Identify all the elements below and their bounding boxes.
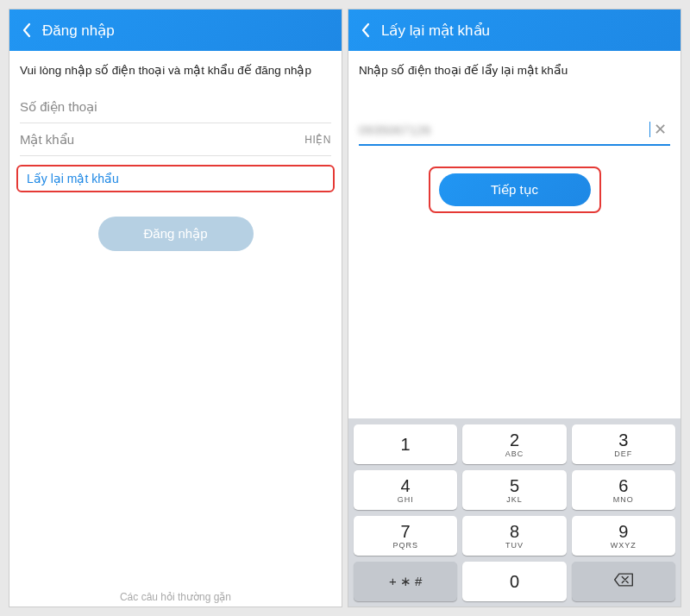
forgot-highlight: Lấy lại mật khẩu xyxy=(16,165,335,192)
faq-text: Các câu hỏi thường gặn xyxy=(9,591,342,607)
recover-phone-value: 0935067126 xyxy=(359,123,648,137)
login-header: Đăng nhập xyxy=(9,9,342,51)
continue-button[interactable]: Tiếp tục xyxy=(439,173,591,206)
password-input[interactable] xyxy=(20,132,304,147)
recover-instruction: Nhập số điện thoại đế lẩy lại mật khẩu xyxy=(348,51,681,91)
key-8[interactable]: 8TUV xyxy=(462,516,566,556)
key-backspace[interactable] xyxy=(572,562,675,601)
recover-screen: Lấy lại mật khẩu Nhập số điện thoại đế l… xyxy=(348,9,681,607)
numeric-keypad: 1 2ABC 3DEF 4GHI 5JKL 6MNO 7PQRS 8TUV 9W… xyxy=(348,418,681,607)
recover-title: Lấy lại mật khẩu xyxy=(381,22,490,40)
key-0[interactable]: 0 xyxy=(462,562,566,601)
recover-phone-row[interactable]: 0935067126 ✕ xyxy=(359,115,670,146)
key-2[interactable]: 2ABC xyxy=(462,424,566,464)
continue-highlight: Tiếp tục xyxy=(429,167,601,213)
key-6[interactable]: 6MNO xyxy=(572,470,675,510)
key-5[interactable]: 5JKL xyxy=(462,470,566,510)
phone-input[interactable] xyxy=(20,99,331,114)
key-7[interactable]: 7PQRS xyxy=(354,516,457,556)
key-9[interactable]: 9WXYZ xyxy=(572,516,675,556)
backspace-icon xyxy=(613,572,634,591)
login-title: Đăng nhập xyxy=(42,22,115,40)
login-button[interactable]: Đăng nhập xyxy=(98,217,254,251)
key-4[interactable]: 4GHI xyxy=(354,470,457,510)
key-symbols[interactable]: + ∗ # xyxy=(354,562,457,601)
password-input-row: HIỆN xyxy=(20,123,331,156)
clear-icon[interactable]: ✕ xyxy=(650,120,670,139)
back-icon[interactable] xyxy=(18,18,35,42)
continue-wrap: Tiếp tục xyxy=(429,167,601,213)
login-instruction: Vui lòng nhập số điện thoại và mật khẩu … xyxy=(9,51,342,91)
forgot-password-link[interactable]: Lấy lại mật khẩu xyxy=(22,168,124,189)
phone-input-row xyxy=(20,91,331,123)
show-password-toggle[interactable]: HIỆN xyxy=(304,134,331,146)
back-icon[interactable] xyxy=(357,18,374,42)
key-3[interactable]: 3DEF xyxy=(572,424,675,464)
login-screen: Đăng nhập Vui lòng nhập số điện thoại và… xyxy=(9,9,342,607)
key-1[interactable]: 1 xyxy=(354,424,457,464)
recover-header: Lấy lại mật khẩu xyxy=(348,9,681,51)
